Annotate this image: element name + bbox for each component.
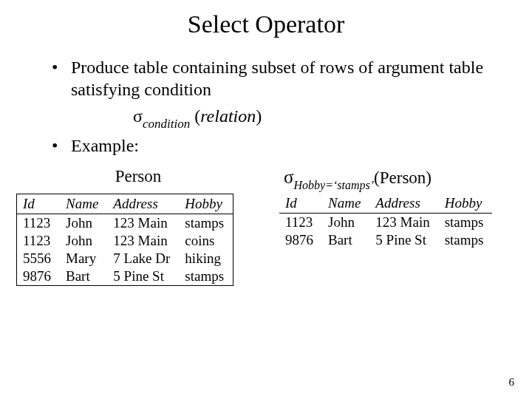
cell: 1123	[17, 232, 61, 250]
person-table: Id Name Address Hobby 1123 John 123 Main…	[16, 194, 233, 286]
col-address: Address	[369, 194, 438, 214]
bullet-marker: •	[52, 56, 71, 100]
page-number: 6	[509, 376, 515, 389]
table-row: 9876 Bart 5 Pine St stamps	[17, 267, 233, 286]
right-table-block: σHobby=‘stamps’(Person) Id Name Address …	[279, 167, 516, 286]
table-row: 5556 Mary 7 Lake Dr hiking	[17, 250, 233, 267]
bullet-item: • Produce table containing subset of row…	[52, 56, 502, 100]
cell: John	[322, 214, 369, 232]
left-table-title: Person	[16, 167, 260, 188]
table-row: 1123 John 123 Main coins	[17, 232, 233, 250]
cell: 9876	[279, 231, 322, 249]
result-table: Id Name Address Hobby 1123 John 123 Main…	[279, 194, 492, 249]
relation-name: Person	[380, 168, 426, 187]
cell: 123 Main	[369, 214, 438, 232]
cell: 7 Lake Dr	[107, 250, 179, 267]
cell: stamps	[179, 214, 233, 233]
cell: John	[60, 232, 107, 250]
col-id: Id	[279, 194, 322, 214]
cell: 1123	[17, 214, 61, 233]
bullet-list: • Produce table containing subset of row…	[0, 56, 532, 157]
sigma-subscript: condition	[143, 117, 190, 131]
cell: 123 Main	[107, 214, 179, 233]
select-notation: σcondition (relation)	[133, 105, 502, 130]
cell: John	[60, 214, 107, 233]
col-hobby: Hobby	[179, 194, 233, 214]
cell: stamps	[439, 214, 493, 232]
sigma-symbol: σ	[133, 106, 143, 126]
paren-close: )	[426, 168, 432, 187]
cell: 5 Pine St	[107, 267, 179, 286]
cell: Bart	[60, 267, 107, 286]
cell: stamps	[179, 267, 233, 286]
col-name: Name	[60, 194, 107, 214]
col-id: Id	[17, 194, 61, 214]
cell: Bart	[322, 231, 369, 249]
table-row: 9876 Bart 5 Pine St stamps	[279, 231, 492, 249]
cell: 9876	[17, 267, 61, 286]
slide: Select Operator • Produce table containi…	[0, 0, 532, 399]
left-table-block: Person Id Name Address Hobby 1123 John 1…	[16, 167, 260, 286]
cell: coins	[179, 232, 233, 250]
relation-placeholder: relation	[200, 106, 256, 126]
bullet-marker: •	[52, 134, 71, 157]
cell: 5 Pine St	[369, 231, 438, 249]
bullet-text: Produce table containing subset of rows …	[71, 56, 502, 100]
sigma-symbol: σ	[284, 167, 293, 187]
cell: 1123	[279, 214, 322, 232]
col-hobby: Hobby	[439, 194, 493, 214]
cell: hiking	[179, 250, 233, 267]
paren-open: (	[374, 168, 380, 187]
table-header-row: Id Name Address Hobby	[279, 194, 492, 214]
right-table-title: σHobby=‘stamps’(Person)	[279, 167, 516, 188]
page-title: Select Operator	[0, 0, 532, 38]
table-row: 1123 John 123 Main stamps	[279, 214, 492, 232]
table-row: 1123 John 123 Main stamps	[17, 214, 233, 233]
tables-area: Person Id Name Address Hobby 1123 John 1…	[0, 167, 532, 286]
cell: Mary	[60, 250, 107, 267]
bullet-item: • Example:	[52, 134, 502, 157]
paren-open: (	[194, 106, 200, 126]
col-address: Address	[107, 194, 179, 214]
bullet-text: Example:	[71, 134, 502, 157]
col-name: Name	[322, 194, 369, 214]
paren-close: )	[256, 106, 262, 126]
cell: 5556	[17, 250, 61, 267]
sigma-subscript: Hobby=‘stamps’	[293, 179, 374, 191]
cell: 123 Main	[107, 232, 179, 250]
table-header-row: Id Name Address Hobby	[17, 194, 233, 214]
cell: stamps	[439, 231, 493, 249]
